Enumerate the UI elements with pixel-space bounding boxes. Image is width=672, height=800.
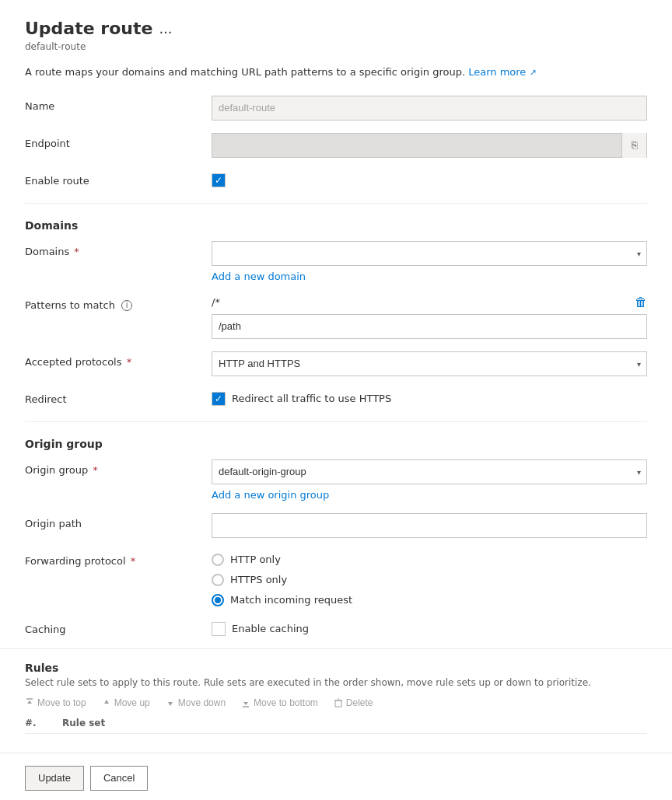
name-input[interactable]	[212, 96, 647, 121]
origin-group-required: *	[93, 464, 98, 476]
checkbox-check-icon: ✓	[215, 175, 222, 186]
move-to-bottom-icon	[241, 698, 250, 707]
redirect-check-icon: ✓	[215, 393, 222, 404]
caching-label: Caching	[25, 619, 212, 635]
patterns-info-icon[interactable]: i	[121, 300, 132, 311]
origin-path-input[interactable]	[212, 513, 647, 538]
more-options-button[interactable]: ...	[159, 20, 172, 37]
page-subtitle: default-route	[25, 41, 647, 52]
update-button[interactable]: Update	[25, 766, 84, 791]
move-up-icon	[102, 698, 111, 707]
cancel-button[interactable]: Cancel	[90, 766, 148, 791]
rules-table-header: #. Rule set	[25, 718, 647, 734]
delete-rule-icon	[334, 698, 343, 707]
radio-http-only-label: HTTP only	[230, 554, 281, 565]
external-link-icon: ↗	[529, 68, 536, 78]
enable-route-label: Enable route	[25, 170, 212, 187]
radio-match-incoming-icon	[212, 594, 224, 606]
name-label: Name	[25, 96, 212, 112]
move-to-top-button[interactable]: Move to top	[25, 697, 86, 708]
move-down-icon	[166, 698, 175, 707]
caching-text: Enable caching	[232, 623, 309, 634]
protocols-select[interactable]: HTTP and HTTPS HTTP only HTTPS only	[212, 351, 647, 376]
learn-more-link[interactable]: Learn more	[468, 66, 526, 78]
svg-marker-2	[104, 700, 109, 704]
redirect-label: Redirect	[25, 389, 212, 405]
caching-checkbox[interactable]	[212, 622, 226, 636]
endpoint-field: ⎘	[212, 133, 647, 158]
add-origin-group-link[interactable]: Add a new origin group	[212, 489, 329, 501]
move-up-button[interactable]: Move up	[102, 697, 150, 708]
forwarding-protocol-group: HTTP only HTTPS only Match incoming requ…	[212, 550, 647, 606]
origin-section-header: Origin group	[25, 438, 647, 450]
protocols-required: *	[127, 356, 132, 368]
domains-select-wrapper: ▾	[212, 241, 647, 266]
origin-group-select[interactable]: default-origin-group	[212, 459, 647, 484]
radio-inner-dot	[215, 597, 221, 603]
redirect-checkbox[interactable]: ✓	[212, 392, 226, 406]
rules-toolbar: Move to top Move up Move down Move to bo…	[25, 697, 647, 708]
domains-label: Domains *	[25, 241, 212, 257]
move-to-top-icon	[25, 698, 34, 707]
forwarding-match-incoming[interactable]: Match incoming request	[212, 594, 647, 606]
rules-header: Rules	[25, 662, 647, 674]
svg-marker-3	[168, 702, 173, 706]
domains-required: *	[74, 246, 79, 257]
page-description: A route maps your domains and matching U…	[25, 65, 647, 80]
forwarding-required: *	[131, 555, 136, 567]
copy-endpoint-button[interactable]: ⎘	[621, 133, 646, 158]
rules-description: Select rule sets to apply to this route.…	[25, 677, 647, 688]
static-pattern-text: /*	[212, 296, 628, 308]
endpoint-value	[212, 134, 621, 157]
add-domain-link[interactable]: Add a new domain	[212, 271, 306, 282]
pattern-input[interactable]	[212, 314, 647, 339]
delete-pattern-icon[interactable]: 🗑	[635, 295, 647, 309]
footer: Update Cancel	[0, 753, 672, 801]
protocols-select-wrapper: HTTP and HTTPS HTTP only HTTPS only ▾	[212, 351, 647, 376]
divider-2	[25, 421, 647, 422]
patterns-label: Patterns to match i	[25, 295, 212, 312]
move-down-button[interactable]: Move down	[166, 697, 226, 708]
radio-https-only-label: HTTPS only	[230, 574, 287, 585]
radio-http-only-icon	[212, 554, 224, 566]
endpoint-label: Endpoint	[25, 133, 212, 149]
redirect-text: Redirect all traffic to use HTTPS	[232, 393, 391, 404]
radio-match-incoming-label: Match incoming request	[230, 594, 352, 606]
domains-select[interactable]	[212, 241, 647, 266]
forwarding-https-only[interactable]: HTTPS only	[212, 574, 647, 586]
rules-name-col-header: Rule set	[62, 718, 647, 728]
origin-group-select-wrapper: default-origin-group ▾	[212, 459, 647, 484]
move-to-bottom-button[interactable]: Move to bottom	[241, 697, 318, 708]
forwarding-http-only[interactable]: HTTP only	[212, 554, 647, 566]
static-pattern-row: /* 🗑	[212, 295, 647, 309]
svg-marker-1	[27, 700, 32, 704]
svg-rect-6	[335, 700, 341, 707]
radio-https-only-icon	[212, 574, 224, 586]
copy-icon: ⎘	[632, 139, 638, 151]
rules-num-col-header: #.	[25, 718, 62, 728]
domains-section-header: Domains	[25, 219, 647, 232]
svg-marker-4	[243, 702, 248, 705]
origin-path-label: Origin path	[25, 513, 212, 529]
protocols-label: Accepted protocols *	[25, 351, 212, 368]
forwarding-label: Forwarding protocol *	[25, 550, 212, 567]
enable-route-checkbox[interactable]: ✓	[212, 173, 226, 187]
origin-group-label: Origin group *	[25, 459, 212, 476]
divider-1	[25, 203, 647, 204]
page-title: Update route	[25, 19, 152, 38]
delete-button[interactable]: Delete	[334, 697, 373, 708]
